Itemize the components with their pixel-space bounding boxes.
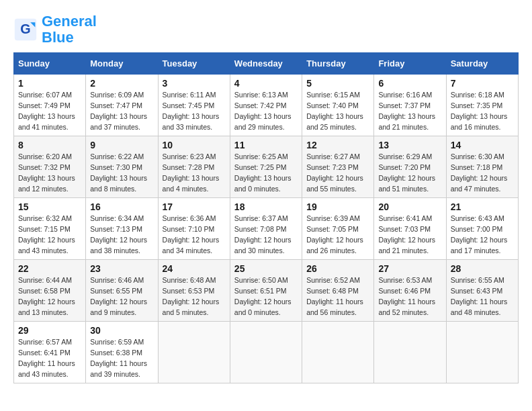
- week-row-5: 29Sunrise: 6:57 AMSunset: 6:41 PMDayligh…: [14, 322, 519, 383]
- day-number: 5: [306, 78, 369, 89]
- day-number: 11: [234, 140, 298, 150]
- day-cell: 9Sunrise: 6:22 AMSunset: 7:30 PMDaylight…: [86, 136, 158, 198]
- day-cell: 7Sunrise: 6:18 AMSunset: 7:35 PMDaylight…: [446, 75, 518, 136]
- day-cell: 13Sunrise: 6:29 AMSunset: 7:20 PMDayligh…: [374, 136, 446, 198]
- day-number: 18: [234, 201, 298, 212]
- day-info: Sunrise: 6:13 AMSunset: 7:42 PMDaylight:…: [234, 90, 298, 132]
- day-info: Sunrise: 6:36 AMSunset: 7:10 PMDaylight:…: [163, 214, 226, 256]
- day-number: 25: [234, 263, 298, 274]
- day-info: Sunrise: 6:53 AMSunset: 6:46 PMDaylight:…: [378, 275, 441, 318]
- week-row-3: 15Sunrise: 6:32 AMSunset: 7:15 PMDayligh…: [14, 198, 519, 260]
- col-header-wednesday: Wednesday: [230, 53, 302, 75]
- day-number: 4: [234, 78, 298, 89]
- day-info: Sunrise: 6:25 AMSunset: 7:25 PMDaylight:…: [234, 152, 298, 194]
- day-cell: [374, 322, 446, 383]
- day-cell: 29Sunrise: 6:57 AMSunset: 6:41 PMDayligh…: [14, 322, 86, 383]
- day-info: Sunrise: 6:15 AMSunset: 7:40 PMDaylight:…: [306, 90, 369, 132]
- day-info: Sunrise: 6:09 AMSunset: 7:47 PMDaylight:…: [90, 90, 153, 132]
- day-info: Sunrise: 6:52 AMSunset: 6:48 PMDaylight:…: [306, 275, 369, 318]
- col-header-saturday: Saturday: [446, 53, 518, 75]
- day-number: 27: [378, 263, 441, 274]
- day-info: Sunrise: 6:41 AMSunset: 7:03 PMDaylight:…: [378, 214, 441, 256]
- day-cell: 10Sunrise: 6:23 AMSunset: 7:28 PMDayligh…: [158, 136, 230, 198]
- day-cell: 2Sunrise: 6:09 AMSunset: 7:47 PMDaylight…: [86, 75, 158, 136]
- day-cell: 27Sunrise: 6:53 AMSunset: 6:46 PMDayligh…: [374, 260, 446, 322]
- calendar-table: SundayMondayTuesdayWednesdayThursdayFrid…: [13, 52, 519, 383]
- day-number: 24: [163, 263, 226, 274]
- col-header-sunday: Sunday: [14, 53, 86, 75]
- day-number: 6: [378, 78, 441, 89]
- day-cell: 24Sunrise: 6:48 AMSunset: 6:53 PMDayligh…: [158, 260, 230, 322]
- day-info: Sunrise: 6:57 AMSunset: 6:41 PMDaylight:…: [18, 337, 81, 379]
- day-number: 13: [378, 140, 441, 150]
- day-number: 17: [163, 201, 226, 212]
- logo-icon: G: [13, 17, 38, 42]
- week-row-1: 1Sunrise: 6:07 AMSunset: 7:49 PMDaylight…: [14, 75, 519, 136]
- day-info: Sunrise: 6:16 AMSunset: 7:37 PMDaylight:…: [378, 90, 441, 132]
- day-number: 16: [90, 201, 153, 212]
- day-info: Sunrise: 6:11 AMSunset: 7:45 PMDaylight:…: [163, 90, 226, 132]
- day-number: 8: [18, 140, 81, 150]
- day-cell: 26Sunrise: 6:52 AMSunset: 6:48 PMDayligh…: [302, 260, 374, 322]
- day-cell: [302, 322, 374, 383]
- day-number: 15: [18, 201, 81, 212]
- day-number: 3: [163, 78, 226, 89]
- day-number: 7: [451, 78, 514, 89]
- day-cell: 5Sunrise: 6:15 AMSunset: 7:40 PMDaylight…: [302, 75, 374, 136]
- day-cell: [446, 322, 518, 383]
- day-cell: 4Sunrise: 6:13 AMSunset: 7:42 PMDaylight…: [230, 75, 302, 136]
- day-info: Sunrise: 6:20 AMSunset: 7:32 PMDaylight:…: [18, 152, 81, 194]
- week-row-2: 8Sunrise: 6:20 AMSunset: 7:32 PMDaylight…: [14, 136, 519, 198]
- day-cell: 19Sunrise: 6:39 AMSunset: 7:05 PMDayligh…: [302, 198, 374, 260]
- day-cell: 6Sunrise: 6:16 AMSunset: 7:37 PMDaylight…: [374, 75, 446, 136]
- day-number: 28: [451, 263, 514, 274]
- day-info: Sunrise: 6:43 AMSunset: 7:00 PMDaylight:…: [451, 214, 514, 256]
- day-number: 20: [378, 201, 441, 212]
- day-number: 12: [306, 140, 369, 150]
- day-info: Sunrise: 6:30 AMSunset: 7:18 PMDaylight:…: [451, 152, 514, 194]
- day-cell: 23Sunrise: 6:46 AMSunset: 6:55 PMDayligh…: [86, 260, 158, 322]
- col-header-tuesday: Tuesday: [158, 53, 230, 75]
- day-info: Sunrise: 6:46 AMSunset: 6:55 PMDaylight:…: [90, 275, 153, 318]
- day-info: Sunrise: 6:55 AMSunset: 6:43 PMDaylight:…: [451, 275, 514, 318]
- day-number: 23: [90, 263, 153, 274]
- day-cell: 17Sunrise: 6:36 AMSunset: 7:10 PMDayligh…: [158, 198, 230, 260]
- day-number: 21: [451, 201, 514, 212]
- day-info: Sunrise: 6:59 AMSunset: 6:38 PMDaylight:…: [90, 337, 153, 379]
- day-cell: [230, 322, 302, 383]
- logo-text: General Blue: [42, 13, 97, 46]
- day-number: 9: [90, 140, 153, 150]
- day-info: Sunrise: 6:39 AMSunset: 7:05 PMDaylight:…: [306, 214, 369, 256]
- logo: G General Blue: [13, 13, 97, 46]
- day-number: 2: [90, 78, 153, 89]
- week-row-4: 22Sunrise: 6:44 AMSunset: 6:58 PMDayligh…: [14, 260, 519, 322]
- day-info: Sunrise: 6:32 AMSunset: 7:15 PMDaylight:…: [18, 214, 81, 256]
- day-info: Sunrise: 6:34 AMSunset: 7:13 PMDaylight:…: [90, 214, 153, 256]
- day-cell: 16Sunrise: 6:34 AMSunset: 7:13 PMDayligh…: [86, 198, 158, 260]
- day-info: Sunrise: 6:37 AMSunset: 7:08 PMDaylight:…: [234, 214, 298, 256]
- day-info: Sunrise: 6:18 AMSunset: 7:35 PMDaylight:…: [451, 90, 514, 132]
- day-number: 26: [306, 263, 369, 274]
- day-info: Sunrise: 6:44 AMSunset: 6:58 PMDaylight:…: [18, 275, 81, 318]
- day-number: 30: [90, 325, 153, 336]
- day-info: Sunrise: 6:07 AMSunset: 7:49 PMDaylight:…: [18, 90, 81, 132]
- day-info: Sunrise: 6:48 AMSunset: 6:53 PMDaylight:…: [163, 275, 226, 318]
- day-cell: 22Sunrise: 6:44 AMSunset: 6:58 PMDayligh…: [14, 260, 86, 322]
- day-cell: [158, 322, 230, 383]
- day-cell: 21Sunrise: 6:43 AMSunset: 7:00 PMDayligh…: [446, 198, 518, 260]
- day-cell: 15Sunrise: 6:32 AMSunset: 7:15 PMDayligh…: [14, 198, 86, 260]
- day-cell: 1Sunrise: 6:07 AMSunset: 7:49 PMDaylight…: [14, 75, 86, 136]
- day-cell: 11Sunrise: 6:25 AMSunset: 7:25 PMDayligh…: [230, 136, 302, 198]
- day-info: Sunrise: 6:22 AMSunset: 7:30 PMDaylight:…: [90, 152, 153, 194]
- day-number: 29: [18, 325, 81, 336]
- svg-text:G: G: [20, 21, 30, 36]
- col-header-monday: Monday: [86, 53, 158, 75]
- day-cell: 18Sunrise: 6:37 AMSunset: 7:08 PMDayligh…: [230, 198, 302, 260]
- day-cell: 8Sunrise: 6:20 AMSunset: 7:32 PMDaylight…: [14, 136, 86, 198]
- day-cell: 28Sunrise: 6:55 AMSunset: 6:43 PMDayligh…: [446, 260, 518, 322]
- day-cell: 30Sunrise: 6:59 AMSunset: 6:38 PMDayligh…: [86, 322, 158, 383]
- col-header-thursday: Thursday: [302, 53, 374, 75]
- col-header-friday: Friday: [374, 53, 446, 75]
- day-info: Sunrise: 6:29 AMSunset: 7:20 PMDaylight:…: [378, 152, 441, 194]
- day-info: Sunrise: 6:27 AMSunset: 7:23 PMDaylight:…: [306, 152, 369, 194]
